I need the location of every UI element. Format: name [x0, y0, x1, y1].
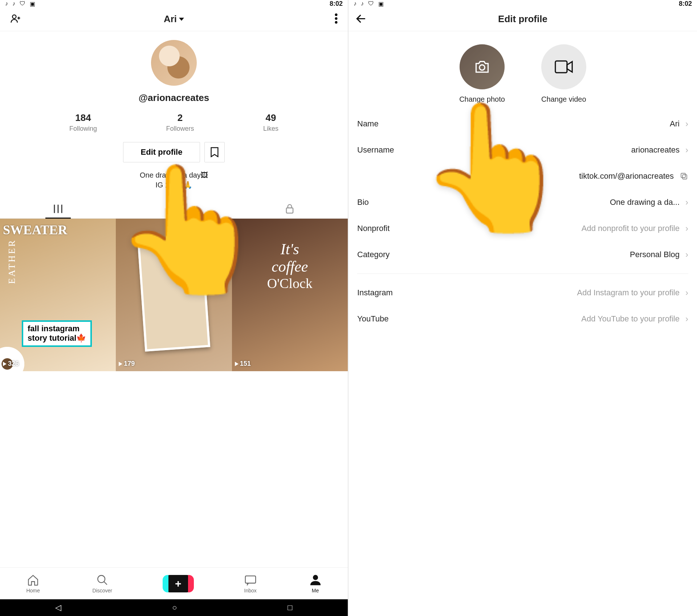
profile-info: @arionacreates 184 Following 2 Followers…: [0, 31, 348, 190]
video-thumb-1[interactable]: SWEATER EATHER fall instagram story tuto…: [0, 219, 116, 371]
status-bar-left: ♪♪🛡▣ 8:02: [0, 0, 348, 7]
video-thumb-3[interactable]: It's coffee O'Clock 151: [232, 219, 348, 371]
row-bio[interactable]: Bio One drawing a da...›: [357, 189, 688, 215]
add-friend-button[interactable]: [7, 10, 24, 28]
create-button[interactable]: +: [165, 575, 192, 592]
row-link[interactable]: tiktok.com/@arionacreates: [357, 163, 688, 189]
chevron-right-icon: ›: [685, 119, 688, 129]
profile-screen: ♪♪🛡▣ 8:02 Ari @arionacreates 184 Followi…: [0, 0, 348, 616]
svg-rect-10: [682, 175, 687, 179]
bottom-tab-bar: Home Discover + Inbox Me: [0, 567, 348, 599]
following-stat[interactable]: 184 Following: [69, 112, 97, 133]
svg-rect-4: [286, 208, 293, 213]
profile-stats: 184 Following 2 Followers 49 Likes: [35, 112, 313, 133]
nav-back-icon[interactable]: ◁: [55, 603, 61, 612]
chevron-right-icon: ›: [685, 250, 688, 260]
profile-header: Ari: [0, 7, 348, 31]
section-divider: [357, 273, 688, 274]
change-video-label: Change video: [541, 95, 586, 104]
tab-private[interactable]: [232, 199, 348, 218]
edit-profile-header: Edit profile: [348, 7, 697, 31]
video-thumb-2[interactable]: 179: [116, 219, 232, 371]
svg-point-1: [335, 13, 338, 16]
svg-point-0: [12, 15, 16, 19]
edit-rows: Name Ari› Username arionacreates› tiktok…: [348, 111, 697, 332]
chevron-right-icon: ›: [685, 145, 688, 155]
svg-rect-9: [555, 61, 567, 73]
play-count: 151: [235, 360, 251, 368]
status-time: 8:02: [330, 0, 343, 8]
edit-profile-button[interactable]: Edit profile: [123, 142, 200, 162]
tab-inbox[interactable]: Inbox: [244, 574, 257, 593]
chevron-right-icon: ›: [685, 197, 688, 207]
profile-username: @arionacreates: [139, 92, 209, 104]
svg-rect-6: [245, 576, 256, 583]
tab-me[interactable]: Me: [309, 574, 322, 593]
change-photo-label: Change photo: [459, 95, 505, 104]
profile-bio: One drawing a day🖼 IG 10:31🙏: [140, 170, 208, 190]
account-switcher[interactable]: Ari: [164, 13, 184, 25]
row-name[interactable]: Name Ari›: [357, 111, 688, 137]
row-username[interactable]: Username arionacreates›: [357, 137, 688, 163]
account-name: Ari: [164, 13, 177, 25]
status-time: 8:02: [679, 0, 692, 8]
chevron-right-icon: ›: [685, 223, 688, 234]
play-count: 179: [119, 360, 135, 368]
tab-grid[interactable]: [0, 199, 116, 218]
followers-stat[interactable]: 2 Followers: [166, 112, 194, 133]
more-options-button[interactable]: [332, 11, 341, 28]
tab-liked[interactable]: [116, 199, 232, 218]
change-video[interactable]: Change video: [541, 44, 586, 104]
chevron-right-icon: ›: [685, 314, 688, 324]
thumb-caption: fall instagram story tutorial🍁: [22, 320, 92, 347]
change-photo[interactable]: Change photo: [459, 44, 505, 104]
status-bar-right: ♪♪🛡▣ 8:02: [348, 0, 697, 7]
photo-circle: [460, 44, 505, 89]
tab-home[interactable]: Home: [26, 574, 40, 593]
row-instagram[interactable]: Instagram Add Instagram to your profile›: [357, 280, 688, 306]
book-icon: [138, 238, 210, 352]
status-icons: ♪♪🛡▣: [5, 0, 35, 7]
video-grid: SWEATER EATHER fall instagram story tuto…: [0, 219, 348, 371]
svg-point-8: [480, 65, 485, 70]
svg-point-5: [98, 575, 105, 583]
svg-point-3: [335, 21, 338, 24]
android-nav-bar: ◁ ○ □: [0, 599, 348, 616]
copy-icon[interactable]: [680, 172, 688, 181]
svg-rect-11: [681, 173, 685, 178]
nav-home-icon[interactable]: ○: [172, 603, 177, 612]
tab-discover[interactable]: Discover: [93, 574, 112, 593]
bookmarks-button[interactable]: [204, 142, 225, 162]
content-tabs: [0, 199, 348, 219]
page-title: Edit profile: [498, 13, 547, 25]
svg-point-7: [313, 575, 318, 580]
video-circle: [541, 44, 586, 89]
thumb-text: It's coffee O'Clock: [261, 240, 319, 291]
nav-recent-icon[interactable]: □: [288, 603, 292, 612]
row-category[interactable]: Category Personal Blog›: [357, 242, 688, 268]
back-button[interactable]: [352, 10, 370, 28]
row-nonprofit[interactable]: Nonprofit Add nonprofit to your profile›: [357, 215, 688, 242]
status-icons: ♪♪🛡▣: [354, 0, 384, 7]
chevron-right-icon: ›: [685, 288, 688, 298]
media-picker-row: Change photo Change video: [348, 31, 697, 111]
play-count: 326: [3, 360, 19, 368]
likes-stat[interactable]: 49 Likes: [263, 112, 278, 133]
row-youtube[interactable]: YouTube Add YouTube to your profile›: [357, 306, 688, 332]
svg-point-2: [335, 17, 338, 20]
edit-profile-screen: ♪♪🛡▣ 8:02 Edit profile Change photo Chan…: [348, 0, 697, 616]
profile-avatar[interactable]: [151, 40, 197, 86]
